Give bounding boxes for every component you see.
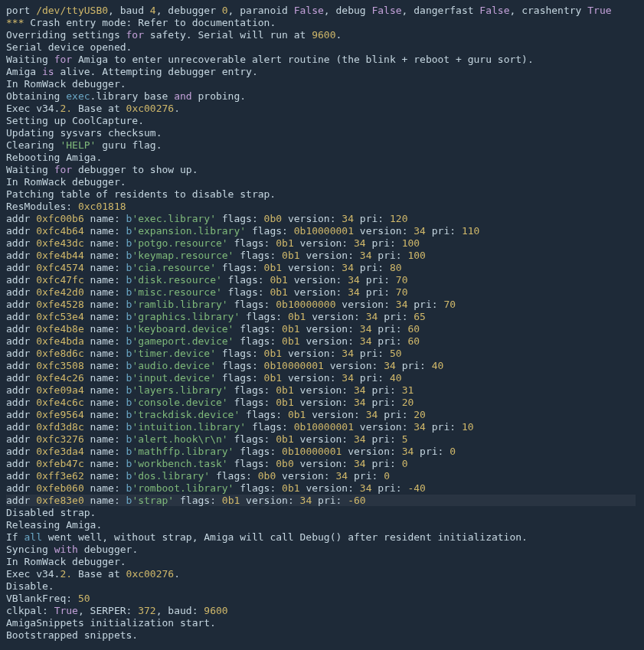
terminal-output: port /dev/ttyUSB0, baud 4, debugger 0, p…	[0, 0, 644, 646]
